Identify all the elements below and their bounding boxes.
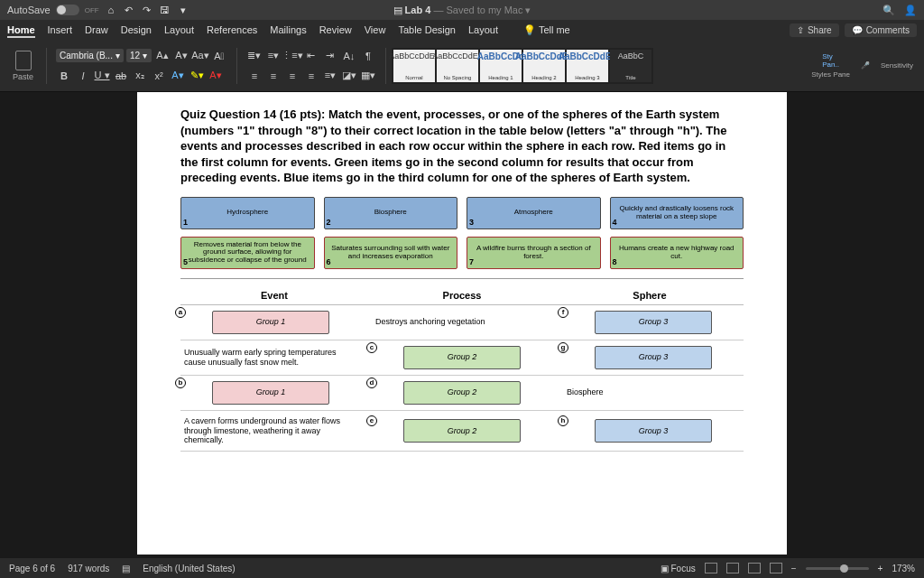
card-8[interactable]: Humans create a new highway road cut.8 [610, 237, 744, 269]
superscript-button[interactable]: x² [151, 68, 167, 84]
draft-icon[interactable] [770, 563, 782, 573]
indent-icon[interactable]: ⇥ [322, 48, 338, 64]
table-cell: hGroup 3 [563, 419, 744, 443]
cell-label-c: c [366, 342, 377, 353]
answer-table: EventProcessSphere aGroup 1Destroys anch… [180, 284, 744, 452]
web-layout-icon[interactable] [726, 563, 739, 573]
style-heading-3[interactable]: AaBbCcDdEeHeading 3 [567, 50, 608, 82]
drop-target[interactable]: Group 2 [403, 381, 521, 405]
word-count[interactable]: 917 words [68, 564, 109, 573]
question-heading: Quiz Question 14 (16 pts): Match the eve… [180, 107, 744, 186]
dictate-button[interactable]: 🎤 [857, 58, 873, 74]
font-name-select[interactable]: Cambria (B... ▾ [56, 49, 124, 62]
shading-icon[interactable]: ◪▾ [341, 68, 357, 84]
cell-text: Biosphere [567, 387, 604, 397]
paste-button[interactable]: Paste [9, 49, 37, 83]
home-icon[interactable]: ⌂ [105, 4, 117, 16]
print-layout-icon[interactable] [705, 563, 717, 573]
outdent-icon[interactable]: ⇤ [303, 48, 319, 64]
drop-target[interactable]: Group 1 [212, 381, 329, 405]
menu-design[interactable]: Design [121, 24, 152, 35]
drop-target[interactable]: Group 2 [403, 419, 521, 443]
align-left-icon[interactable]: ≡ [246, 68, 263, 84]
comments-button[interactable]: 💬 Comments [845, 23, 917, 37]
drop-target[interactable]: Group 2 [403, 346, 521, 369]
page-indicator[interactable]: Page 6 of 6 [9, 564, 55, 573]
style-gallery[interactable]: AaBbCcDdEeNormalAaBbCcDdEeNo SpacingAaBb… [392, 48, 653, 84]
grow-font-icon[interactable]: A▴ [154, 48, 171, 64]
justify-icon[interactable]: ≡ [303, 68, 319, 84]
menu-review[interactable]: Review [319, 24, 352, 35]
align-right-icon[interactable]: ≡ [284, 68, 300, 84]
italic-button[interactable]: I [75, 68, 91, 84]
undo-icon[interactable]: ↶ [123, 4, 135, 16]
menu-references[interactable]: References [207, 24, 257, 35]
subscript-button[interactable]: x₂ [132, 68, 148, 84]
chevron-down-icon[interactable]: ▾ [177, 4, 189, 16]
redo-icon[interactable]: ↷ [141, 4, 153, 16]
card-6[interactable]: Saturates surrounding soil with water an… [324, 237, 458, 269]
share-button[interactable]: ⇪ Share [790, 23, 839, 37]
drop-target[interactable]: Group 3 [595, 346, 712, 369]
underline-button[interactable]: U ▾ [94, 68, 110, 84]
menu-draw[interactable]: Draw [85, 24, 108, 35]
multilevel-icon[interactable]: ⋮≡▾ [284, 48, 300, 64]
bullets-icon[interactable]: ≣▾ [246, 48, 263, 64]
card-2[interactable]: Biosphere2 [324, 197, 458, 229]
card-1[interactable]: Hydrosphere1 [180, 197, 315, 229]
menu-insert[interactable]: Insert [48, 24, 73, 35]
table-cell: Unusually warm early spring temperatures… [180, 348, 361, 368]
drop-target[interactable]: Group 3 [595, 419, 712, 443]
user-icon[interactable]: 👤 [904, 4, 917, 16]
paragraph-marks-icon[interactable]: ¶ [360, 48, 376, 64]
highlight-icon[interactable]: ✎▾ [189, 68, 205, 84]
zoom-level[interactable]: 173% [892, 564, 915, 573]
zoom-out[interactable]: − [791, 564, 797, 573]
align-center-icon[interactable]: ≡ [265, 68, 282, 84]
line-spacing-icon[interactable]: ≡▾ [322, 68, 338, 84]
style-title[interactable]: AaBbCTitle [610, 50, 651, 82]
spellcheck-icon[interactable]: ▤ [122, 564, 130, 573]
language-indicator[interactable]: English (United States) [143, 564, 235, 573]
menu-home[interactable]: Home [7, 24, 35, 38]
drop-target[interactable]: Group 3 [595, 311, 712, 334]
save-icon[interactable]: 🖫 [159, 4, 171, 16]
text-effects-icon[interactable]: A▾ [170, 68, 186, 84]
menu-layout[interactable]: Layout [164, 24, 194, 35]
card-5[interactable]: Removes material from below the ground s… [180, 237, 315, 269]
table-cell: eGroup 2 [372, 419, 552, 443]
borders-icon[interactable]: ▦▾ [360, 68, 376, 84]
clear-format-icon[interactable]: A⃠ [211, 48, 227, 64]
focus-mode[interactable]: ▣ Focus [661, 564, 696, 573]
change-case-icon[interactable]: Aa▾ [192, 48, 208, 64]
style-normal[interactable]: AaBbCcDdEeNormal [393, 50, 435, 82]
strike-button[interactable]: ab [113, 68, 129, 84]
autosave-toggle[interactable] [56, 5, 79, 15]
styles-pane-icon: StyPan.. [823, 52, 839, 69]
zoom-in[interactable]: + [878, 564, 883, 573]
tell-me[interactable]: 💡 Tell me [523, 24, 570, 36]
styles-pane-button[interactable]: StyPan.. Styles Pane [811, 52, 850, 79]
menu-mailings[interactable]: Mailings [270, 24, 306, 35]
table-header: EventProcessSphere [180, 284, 744, 305]
font-size-select[interactable]: 12 ▾ [126, 49, 152, 62]
menu-table-design[interactable]: Table Design [398, 24, 456, 35]
card-7[interactable]: A wildfire burns through a section of fo… [467, 237, 601, 269]
cell-label-a: a [175, 307, 186, 318]
menu-view[interactable]: View [365, 24, 386, 35]
card-4[interactable]: Quickly and drastically loosens rock mat… [610, 197, 744, 229]
search-icon[interactable]: 🔍 [882, 4, 895, 16]
sensitivity-button[interactable]: Sensitivity [881, 61, 913, 70]
font-color-icon[interactable]: A▾ [208, 68, 224, 84]
document-area[interactable]: Quiz Question 14 (16 pts): Match the eve… [0, 92, 924, 555]
bold-button[interactable]: B [56, 68, 72, 84]
menu-layout[interactable]: Layout [468, 24, 498, 35]
sort-icon[interactable]: A↓ [341, 48, 357, 64]
drop-target[interactable]: Group 1 [212, 311, 329, 334]
outline-icon[interactable] [748, 563, 761, 573]
numbering-icon[interactable]: ≡▾ [265, 48, 282, 64]
card-3[interactable]: Atmosphere3 [467, 197, 601, 229]
style-no-spacing[interactable]: AaBbCcDdEeNo Spacing [437, 50, 478, 82]
zoom-slider[interactable] [806, 567, 869, 570]
shrink-font-icon[interactable]: A▾ [173, 48, 189, 64]
